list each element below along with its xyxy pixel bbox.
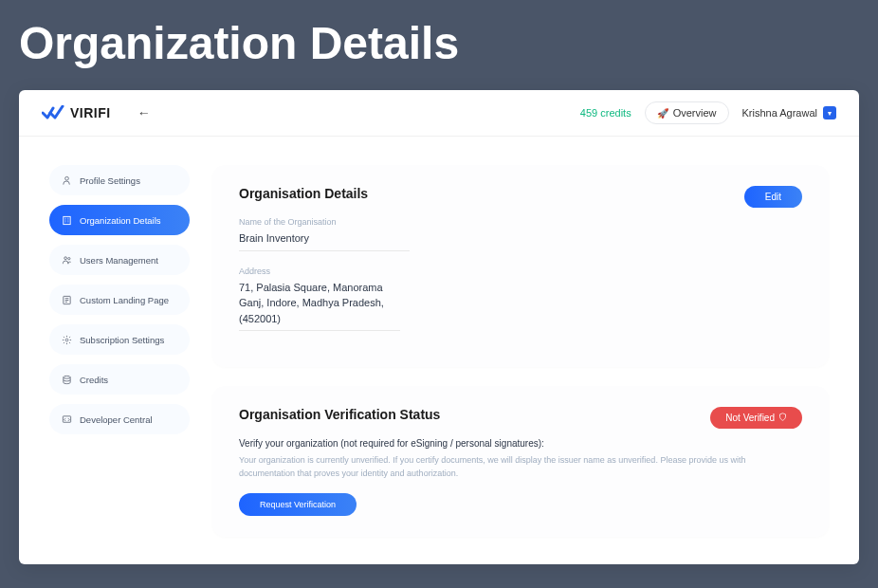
users-icon bbox=[61, 254, 72, 266]
org-name-label: Name of the Organisation bbox=[239, 217, 802, 227]
app-window: VIRIFI ← 459 credits 🚀 Overview Krishna … bbox=[19, 90, 859, 564]
arrow-left-icon: ← bbox=[137, 105, 151, 120]
rocket-icon: 🚀 bbox=[657, 108, 668, 119]
sidebar-item-organization-details[interactable]: Organization Details bbox=[49, 205, 190, 235]
org-address-label: Address bbox=[239, 266, 802, 276]
org-details-card: Organisation Details Edit Name of the Or… bbox=[212, 165, 829, 367]
svg-point-0 bbox=[64, 176, 68, 180]
credits-display[interactable]: 459 credits bbox=[580, 107, 631, 119]
sidebar-item-profile-settings[interactable]: Profile Settings bbox=[49, 165, 190, 195]
verification-body: Your organization is currently unverifie… bbox=[239, 454, 802, 480]
status-badge-text: Not Verified bbox=[725, 413, 775, 423]
topbar: VIRIFI ← 459 credits 🚀 Overview Krishna … bbox=[19, 90, 859, 137]
overview-label: Overview bbox=[673, 107, 717, 119]
page-heading: Organization Details bbox=[0, 0, 878, 90]
logo[interactable]: VIRIFI bbox=[42, 105, 111, 120]
content-area: Organisation Details Edit Name of the Or… bbox=[212, 165, 829, 537]
sidebar-item-label: Custom Landing Page bbox=[80, 295, 169, 305]
org-details-title: Organisation Details bbox=[239, 186, 368, 201]
svg-point-3 bbox=[67, 257, 69, 259]
sidebar-item-label: Subscription Settings bbox=[80, 335, 164, 345]
verification-title: Organisation Verification Status bbox=[239, 407, 440, 422]
logo-icon bbox=[42, 105, 64, 120]
org-address-value: 71, Palasia Square, Manorama Ganj, Indor… bbox=[239, 280, 400, 332]
svg-point-6 bbox=[63, 376, 69, 378]
gear-icon bbox=[61, 334, 72, 345]
sidebar-item-subscription-settings[interactable]: Subscription Settings bbox=[49, 324, 190, 355]
sidebar-item-label: Organization Details bbox=[80, 215, 161, 226]
sidebar-item-credits[interactable]: Credits bbox=[49, 364, 190, 395]
code-icon bbox=[61, 413, 72, 425]
svg-point-2 bbox=[64, 256, 66, 259]
verification-subtitle: Verify your organization (not required f… bbox=[239, 438, 802, 449]
person-icon bbox=[61, 175, 72, 186]
shield-icon bbox=[778, 413, 787, 423]
svg-rect-1 bbox=[63, 216, 69, 224]
sidebar-item-label: Credits bbox=[80, 375, 108, 385]
user-menu-toggle[interactable]: ▾ bbox=[823, 106, 836, 119]
request-verification-button[interactable]: Request Verification bbox=[239, 493, 357, 516]
sidebar-item-label: Developer Central bbox=[80, 414, 153, 425]
verification-status-badge: Not Verified bbox=[710, 407, 802, 429]
svg-point-5 bbox=[65, 339, 68, 341]
coins-icon bbox=[61, 374, 72, 385]
sidebar-item-label: Profile Settings bbox=[80, 175, 140, 186]
edit-button[interactable]: Edit bbox=[744, 186, 802, 208]
sidebar-item-users-management[interactable]: Users Management bbox=[49, 245, 190, 275]
sidebar-item-label: Users Management bbox=[80, 255, 158, 266]
overview-button[interactable]: 🚀 Overview bbox=[645, 101, 729, 124]
sidebar-item-custom-landing-page[interactable]: Custom Landing Page bbox=[49, 285, 190, 315]
page-icon bbox=[61, 294, 72, 305]
org-name-field: Name of the Organisation Brain Inventory bbox=[239, 217, 802, 251]
org-name-value: Brain Inventory bbox=[239, 230, 410, 251]
back-button[interactable]: ← bbox=[134, 102, 155, 123]
org-address-field: Address 71, Palasia Square, Manorama Gan… bbox=[239, 266, 802, 332]
verification-card: Organisation Verification Status Not Ver… bbox=[212, 386, 829, 537]
chevron-down-icon: ▾ bbox=[828, 109, 832, 118]
building-icon bbox=[61, 214, 72, 226]
sidebar-item-developer-central[interactable]: Developer Central bbox=[49, 404, 190, 434]
sidebar: Profile Settings Organization Details Us… bbox=[49, 165, 190, 537]
main-layout: Profile Settings Organization Details Us… bbox=[19, 137, 859, 564]
logo-text: VIRIFI bbox=[70, 105, 111, 120]
user-name: Krishna Agrawal bbox=[742, 107, 818, 119]
